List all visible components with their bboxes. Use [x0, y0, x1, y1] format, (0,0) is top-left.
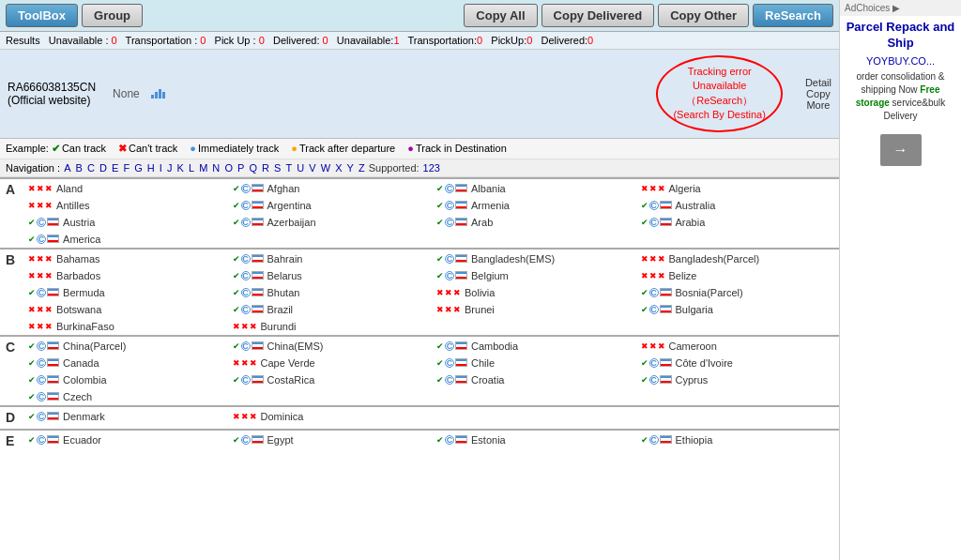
sidebar-header: AdChoices ▶ — [840, 0, 961, 16]
more-link[interactable]: More — [805, 99, 831, 111]
research-button[interactable]: ReSearch — [753, 4, 833, 27]
country-name[interactable]: Algeria — [669, 183, 701, 194]
detail-link[interactable]: Detail — [805, 77, 831, 88]
nav-letter-r[interactable]: R — [262, 162, 269, 174]
country-name[interactable]: Ecuador — [63, 434, 101, 446]
country-name[interactable]: Canada — [63, 357, 99, 369]
country-name[interactable]: Bulgaria — [676, 304, 713, 315]
nav-letter-a[interactable]: A — [64, 162, 70, 174]
country-name[interactable]: Bahrain — [267, 253, 303, 265]
country-name[interactable]: Bahamas — [56, 253, 99, 265]
country-name[interactable]: Albania — [471, 183, 506, 194]
nav-letter-w[interactable]: W — [321, 162, 330, 174]
country-name[interactable]: Ethiopia — [676, 434, 713, 446]
country-name[interactable]: Afghan — [267, 183, 300, 194]
nav-letter-s[interactable]: S — [274, 162, 281, 174]
country-name[interactable]: Australia — [676, 200, 716, 211]
country-name[interactable]: Arab — [471, 217, 493, 228]
country-cell: ✔CAustralia — [639, 199, 836, 212]
country-name[interactable]: Croatia — [471, 374, 504, 386]
nav-letter-n[interactable]: N — [212, 162, 220, 174]
ad-choices[interactable]: AdChoices ▶ — [845, 3, 900, 13]
arrow-button[interactable]: → — [880, 134, 922, 166]
country-name[interactable]: Bolivia — [465, 287, 495, 298]
country-name[interactable]: Cape Verde — [261, 357, 315, 369]
country-name[interactable]: Colombia — [63, 374, 106, 386]
nav-letter-m[interactable]: M — [199, 162, 207, 174]
country-name[interactable]: Azerbaijan — [267, 217, 316, 228]
country-name[interactable]: Belgium — [471, 270, 509, 281]
nav-letter-v[interactable]: V — [309, 162, 315, 174]
country-name[interactable]: Cambodia — [471, 341, 518, 352]
country-name[interactable]: Cameroon — [669, 341, 717, 352]
nav-letter-y[interactable]: Y — [347, 162, 354, 174]
nav-letter-g[interactable]: G — [134, 162, 143, 174]
copy-link[interactable]: Copy — [805, 88, 831, 99]
country-name[interactable]: Estonia — [471, 434, 506, 446]
nav-letter-o[interactable]: O — [224, 162, 233, 174]
company-name[interactable]: YOYBUY.CO... — [840, 55, 961, 67]
table-row: ✔CAmerica — [0, 231, 839, 249]
group-button[interactable]: Group — [82, 4, 143, 27]
country-name[interactable]: Belize — [669, 270, 697, 281]
nav-letter-u[interactable]: U — [297, 162, 304, 174]
nav-letter-h[interactable]: H — [147, 162, 155, 174]
country-name[interactable]: Armenia — [471, 200, 510, 211]
country-cell: ✔CEstonia — [435, 433, 631, 446]
supported-link[interactable]: 123 — [423, 162, 440, 174]
table-row: D✔CDenmark✖✖✖Dominica — [0, 406, 839, 430]
nav-letter-i[interactable]: I — [160, 162, 162, 174]
nav-letter-e[interactable]: E — [112, 162, 118, 174]
nav-letter-j[interactable]: J — [167, 162, 173, 174]
country-name[interactable]: Barbados — [56, 270, 100, 281]
country-name[interactable]: Austria — [63, 217, 95, 228]
country-name[interactable]: Bangladesh(Parcel) — [669, 253, 760, 265]
nav-letter-d[interactable]: D — [99, 162, 107, 174]
country-name[interactable]: Aland — [56, 183, 83, 194]
country-name[interactable]: Dominica — [261, 411, 304, 422]
country-name[interactable]: Brunei — [465, 304, 495, 315]
country-name[interactable]: America — [63, 234, 100, 245]
country-name[interactable]: Czech — [63, 391, 92, 402]
country-name[interactable]: Côte d'Ivoire — [676, 357, 733, 369]
nav-letter-p[interactable]: P — [237, 162, 244, 174]
copy-other-button[interactable]: Copy Other — [658, 4, 749, 27]
nav-letter-f[interactable]: F — [123, 162, 130, 174]
copy-all-button[interactable]: Copy All — [464, 4, 537, 27]
error-line3: （ReSearch） — [673, 94, 765, 108]
country-name[interactable]: Bhutan — [267, 287, 300, 298]
nav-letter-k[interactable]: K — [177, 162, 184, 174]
nav-letter-l[interactable]: L — [189, 162, 194, 174]
nav-letter-x[interactable]: X — [335, 162, 342, 174]
nav-letter-c[interactable]: C — [87, 162, 95, 174]
country-name[interactable]: Cyprus — [676, 374, 709, 386]
country-name[interactable]: Arabia — [676, 217, 706, 228]
country-name[interactable]: Egypt — [267, 434, 294, 446]
nav-letter-b[interactable]: B — [76, 162, 83, 174]
country-name[interactable]: Bosnia(Parcel) — [676, 287, 743, 298]
country-name[interactable]: CostaRica — [267, 374, 315, 386]
country-name[interactable]: Bangladesh(EMS) — [471, 253, 555, 265]
country-cell: ✔CAmerica — [26, 233, 222, 246]
country-name[interactable]: Botswana — [56, 304, 101, 315]
country-name[interactable]: BurkinaFaso — [56, 321, 114, 332]
table-row: ✖✖✖Botswana✔CBrazil✖✖✖Brunei✔CBulgaria — [0, 301, 839, 318]
country-name[interactable]: Bermuda — [63, 287, 105, 298]
copy-delivered-button[interactable]: Copy Delivered — [542, 4, 655, 27]
country-name[interactable]: China(EMS) — [267, 341, 324, 352]
country-name[interactable]: Belarus — [267, 270, 302, 281]
nav-letter-z[interactable]: Z — [358, 162, 365, 174]
tracking-error-box: Tracking error Unavailable （ReSearch） (S… — [656, 55, 782, 132]
nav-letter-q[interactable]: Q — [249, 162, 257, 174]
country-name[interactable]: China(Parcel) — [63, 341, 126, 352]
country-name[interactable]: Chile — [471, 357, 495, 369]
country-name[interactable]: Brazil — [267, 304, 294, 315]
country-name[interactable]: Argentina — [267, 200, 312, 211]
country-name[interactable]: Antilles — [56, 200, 89, 211]
ad-title[interactable]: Parcel Repack and Ship — [840, 16, 961, 55]
nav-letter-t[interactable]: T — [285, 162, 292, 174]
country-name[interactable]: Denmark — [63, 411, 105, 422]
country-cell: ✖✖✖Brunei — [435, 303, 631, 316]
toolbox-button[interactable]: ToolBox — [6, 4, 78, 27]
country-name[interactable]: Burundi — [261, 321, 297, 332]
